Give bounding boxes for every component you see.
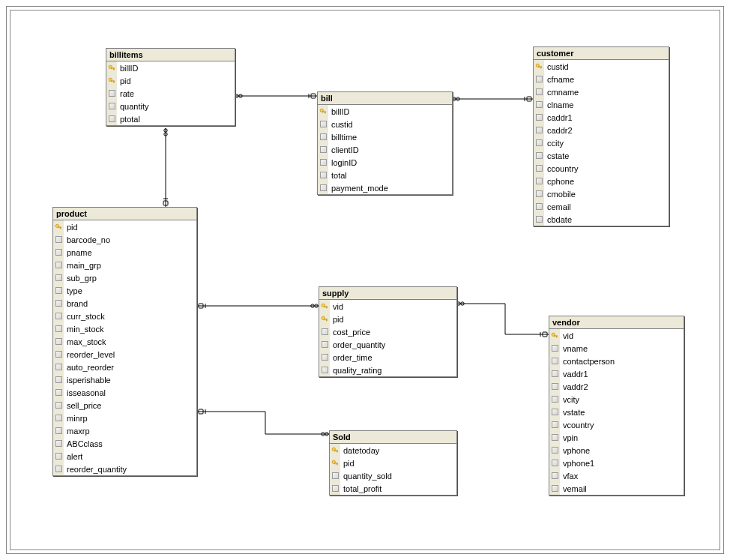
column-icon [322, 328, 328, 335]
column-row[interactable]: caddr2 [534, 124, 669, 136]
table-header[interactable]: bill [318, 92, 452, 105]
table-body: custidcfnamecmnameclnamecaddr1caddr2ccit… [534, 60, 669, 226]
column-icon [552, 421, 558, 428]
column-icon-cell [318, 156, 328, 169]
column-row[interactable]: max_stock [53, 335, 196, 348]
column-row[interactable]: quality_rating [319, 364, 456, 376]
column-row[interactable]: cphone [534, 175, 669, 187]
column-icon-cell [318, 169, 328, 181]
column-row[interactable]: total_profit [330, 482, 456, 495]
column-row[interactable]: vemail [549, 482, 684, 495]
column-row[interactable]: order_time [319, 351, 456, 364]
svg-rect-3 [311, 94, 316, 98]
table-header[interactable]: billitems [106, 49, 235, 61]
column-row[interactable]: ABCclass [53, 437, 196, 450]
column-row[interactable]: type [53, 284, 196, 297]
table-bill[interactable]: bill billIDcustidbilltimeclientIDloginID… [317, 91, 453, 195]
column-row[interactable]: vaddr2 [549, 380, 684, 393]
column-row[interactable]: isperishable [53, 373, 196, 386]
column-row[interactable]: cost_price [319, 325, 456, 338]
column-name: vid [560, 331, 684, 340]
column-name: minrp [64, 414, 196, 423]
column-row[interactable]: curr_stock [53, 310, 196, 322]
column-row[interactable]: main_grp [53, 259, 196, 271]
column-row[interactable]: ccity [534, 136, 669, 149]
column-row[interactable]: vid [549, 329, 684, 342]
column-row[interactable]: vphone [549, 444, 684, 457]
column-row[interactable]: sub_grp [53, 271, 196, 284]
column-row[interactable]: total [318, 169, 452, 181]
column-row[interactable]: custid [318, 118, 452, 130]
column-row[interactable]: vid [319, 300, 456, 313]
column-row[interactable]: rate [106, 87, 235, 100]
column-row[interactable]: auto_reorder [53, 361, 196, 373]
column-row[interactable]: minrp [53, 412, 196, 424]
column-row[interactable]: quantity [106, 100, 235, 112]
column-row[interactable]: vcity [549, 393, 684, 406]
column-row[interactable]: reorder_level [53, 348, 196, 361]
column-row[interactable]: cmname [534, 85, 669, 98]
column-row[interactable]: pid [330, 457, 456, 469]
table-header[interactable]: customer [534, 47, 669, 60]
column-icon [536, 152, 543, 159]
column-row[interactable]: cbdate [534, 213, 669, 226]
column-row[interactable]: vpin [549, 431, 684, 444]
column-row[interactable]: pid [106, 74, 235, 87]
table-header[interactable]: vendor [549, 316, 684, 329]
column-row[interactable]: clname [534, 98, 669, 111]
column-row[interactable]: loginID [318, 156, 452, 169]
column-row[interactable]: pid [53, 220, 196, 233]
column-row[interactable]: pid [319, 313, 456, 325]
column-row[interactable]: min_stock [53, 322, 196, 335]
column-row[interactable]: isseasonal [53, 386, 196, 399]
column-row[interactable]: vstate [549, 406, 684, 418]
column-row[interactable]: datetoday [330, 444, 456, 457]
column-row[interactable]: order_quantity [319, 338, 456, 351]
table-product[interactable]: product pidbarcode_nopnamemain_grpsub_gr… [52, 207, 197, 476]
column-row[interactable]: barcode_no [53, 233, 196, 246]
table-vendor[interactable]: vendor vidvnamecontactpersonvaddr1vaddr2… [549, 316, 684, 496]
column-row[interactable]: cemail [534, 200, 669, 213]
column-icon-cell [53, 259, 64, 271]
column-row[interactable]: maxrp [53, 424, 196, 437]
column-row[interactable]: alert [53, 450, 196, 463]
column-row[interactable]: sell_price [53, 399, 196, 412]
column-row[interactable]: ptotal [106, 112, 235, 125]
table-header[interactable]: Sold [330, 431, 456, 444]
column-row[interactable]: reorder_quantity [53, 463, 196, 475]
table-header[interactable]: supply [319, 287, 456, 300]
column-icon [536, 178, 543, 184]
column-row[interactable]: contactperson [549, 355, 684, 367]
column-name: total [328, 171, 452, 180]
column-name: billID [117, 64, 235, 73]
column-row[interactable]: cfname [534, 73, 669, 85]
column-row[interactable]: vphone1 [549, 457, 684, 469]
column-row[interactable]: caddr1 [534, 111, 669, 124]
table-customer[interactable]: customer custidcfnamecmnameclnamecaddr1c… [533, 46, 669, 226]
column-row[interactable]: clientID [318, 143, 452, 156]
column-row[interactable]: ccountry [534, 162, 669, 175]
table-billitems[interactable]: billitems billIDpidratequantityptotal [106, 48, 235, 126]
column-row[interactable]: vname [549, 342, 684, 355]
column-row[interactable]: payment_mode [318, 181, 452, 194]
table-header[interactable]: product [53, 208, 196, 220]
column-row[interactable]: vaddr1 [549, 367, 684, 380]
column-row[interactable]: custid [534, 60, 669, 73]
column-row[interactable]: vfax [549, 469, 684, 482]
table-sold[interactable]: Sold datetodaypidquantity_soldtotal_prof… [329, 430, 457, 496]
column-row[interactable]: brand [53, 297, 196, 310]
column-row[interactable]: cstate [534, 149, 669, 162]
column-row[interactable]: billtime [318, 130, 452, 143]
column-row[interactable]: billID [318, 105, 452, 118]
column-row[interactable]: vcountry [549, 418, 684, 431]
column-row[interactable]: quantity_sold [330, 469, 456, 482]
column-row[interactable]: cmobile [534, 187, 669, 200]
column-icon-cell [549, 406, 560, 418]
primary-key-icon-cell [330, 444, 340, 457]
column-icon-cell [534, 200, 544, 213]
table-supply[interactable]: supply vidpidcost_priceorder_quantityord… [319, 286, 457, 377]
column-name: ABCclass [64, 439, 196, 448]
column-row[interactable]: pname [53, 246, 196, 259]
column-name: quantity_sold [340, 472, 456, 481]
column-row[interactable]: billID [106, 61, 235, 74]
